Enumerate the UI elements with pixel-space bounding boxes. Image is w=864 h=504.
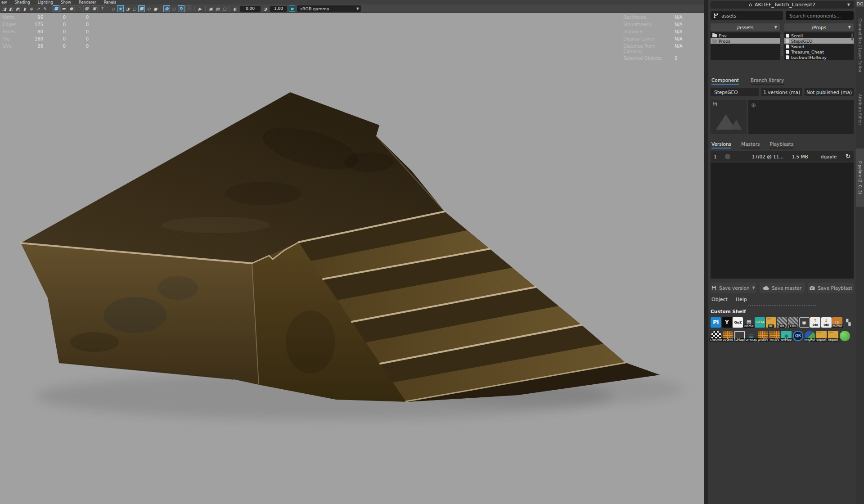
tab-versions[interactable]: Versions (711, 141, 731, 148)
film-gate-icon[interactable]: ▬ (60, 5, 67, 12)
xray-joints-icon[interactable]: ▤ (215, 5, 220, 12)
notes-area[interactable]: ⊕ (748, 100, 854, 134)
color-management-icon[interactable]: ● (289, 5, 295, 12)
gamma-input[interactable]: 1.00 (270, 6, 287, 12)
viewport-3d[interactable]: ew Shading Lighting Show Renderer Panels… (0, 0, 704, 504)
textured-icon[interactable]: ○ (131, 5, 137, 12)
user-badge[interactable]: DG (856, 0, 864, 7)
shaded-wireframe-icon[interactable]: ◑ (125, 5, 130, 12)
shelf-eye-button[interactable]: ◉ (799, 316, 810, 328)
tab-playblasts[interactable]: Playblasts (770, 141, 793, 148)
shelf-export-folder-button[interactable]: export (816, 330, 827, 342)
menu-renderer[interactable]: Renderer (79, 0, 96, 4)
shelf-re-folder-button[interactable]: RE (766, 316, 777, 328)
screen-space-ao-icon[interactable]: ◍ (163, 5, 170, 12)
tab-masters[interactable]: Masters (741, 141, 760, 148)
version-list-area[interactable] (711, 162, 854, 279)
tab-channel-box[interactable]: Channel Box / Layer Editor (856, 10, 864, 81)
save-version-button[interactable]: Save version ▼ (711, 283, 756, 293)
shelf-mirror-button[interactable]: ◫mirror (832, 316, 843, 328)
shelf-pi-button[interactable]: PI (711, 316, 721, 328)
add-note-icon[interactable]: ⊕ (751, 102, 756, 108)
grease-pencil-icon[interactable]: ✎ (42, 5, 48, 12)
depth-of-field-icon[interactable]: ◎ (185, 5, 192, 12)
menu-lighting[interactable]: Lighting (38, 0, 53, 4)
shelf-cbr-button[interactable]: CBR (788, 316, 799, 328)
component-item-treasure-cheat[interactable]: Treasure_Cheat (784, 49, 854, 54)
shelf-uvgrid-button[interactable]: uvGrid (722, 330, 734, 342)
image-plane-icon[interactable]: ⊕ (28, 5, 34, 12)
menu-help[interactable]: Help (736, 297, 747, 303)
select-camera-icon[interactable]: ◨ (1, 5, 7, 12)
component-item-stepsgeo[interactable]: StepsGEO (784, 38, 854, 44)
shelf-import-folder-button[interactable]: import (828, 330, 839, 342)
field-chart-icon[interactable]: ▩ (83, 5, 90, 12)
wireframe-icon[interactable]: ◇ (110, 5, 116, 12)
shelf-funnel-button[interactable]: Y (722, 316, 733, 328)
shelf-recuv-button[interactable]: recUV (769, 330, 780, 342)
menu-object[interactable]: Object (711, 297, 728, 303)
folder-path-dropdown[interactable]: /assets ▼ (711, 23, 780, 31)
menu-shading[interactable]: Shading (14, 0, 30, 4)
resolution-gate-icon[interactable]: ● (68, 5, 75, 12)
shelf-obj-import-button[interactable]: ↓OBJ (821, 316, 832, 328)
folder-item-props[interactable]: Props (711, 38, 780, 44)
shelf-digits-button[interactable]: 1234 (755, 316, 765, 328)
tab-pipeline[interactable]: Pipeline (2, 0, 3) (856, 148, 864, 207)
folder-item-env[interactable]: Env (711, 33, 780, 38)
tab-branch-library[interactable]: Branch library (751, 77, 784, 85)
shelf-griduv-button[interactable]: gridUV (757, 330, 769, 342)
shelf-obj-export-button[interactable]: ↑OBJ (810, 316, 821, 328)
save-thumbnail-icon[interactable] (712, 102, 717, 107)
shadows-icon[interactable]: ● (153, 5, 158, 12)
safe-title-icon[interactable]: T (99, 5, 105, 12)
menu-show[interactable]: Show (61, 0, 71, 4)
hierarchy-path-field[interactable]: assets (711, 11, 783, 20)
camera-attributes-icon[interactable]: ◩ (15, 5, 21, 12)
tab-attribute-editor[interactable]: Attribute Editor (856, 85, 864, 135)
tab-component[interactable]: Component (711, 77, 739, 85)
save-playblast-button[interactable]: Save Playblast (808, 283, 854, 293)
2d-pan-zoom-icon[interactable]: ↗ (35, 5, 41, 12)
shelf-imgref-button[interactable]: imgRef (804, 330, 815, 342)
thumbnail-placeholder[interactable] (711, 100, 747, 134)
scrollbar[interactable] (851, 33, 853, 40)
xray-icon[interactable]: ▣ (208, 5, 214, 12)
stairs-model[interactable] (0, 0, 704, 504)
contrast-icon[interactable]: ◑ (262, 5, 268, 12)
shelf-name-button[interactable]: ▤Name (744, 316, 755, 328)
use-lights-icon[interactable]: ⊙ (146, 5, 152, 12)
safe-action-icon[interactable]: ▣ (91, 5, 98, 12)
gate-mask-icon[interactable]: ▢ (76, 5, 82, 12)
exposure-input[interactable]: 0.00 (240, 6, 261, 12)
splitter-handle[interactable] (782, 35, 783, 57)
drag-divider[interactable] (711, 305, 854, 307)
project-dropdown[interactable]: ⌂ AKLIEF_Twitch_Concept2 ▼ (711, 1, 854, 9)
shelf-br-button[interactable]: BR (777, 316, 788, 328)
menu-panels[interactable]: Panels (104, 0, 116, 4)
shelf-unwrap-button[interactable]: ≡unwrap (746, 330, 757, 342)
anti-aliasing-icon[interactable]: ↻ (178, 5, 184, 12)
frame-selection-icon[interactable]: ▢ (221, 5, 227, 12)
exposure-icon[interactable]: ◐ (232, 5, 238, 12)
refresh-icon[interactable]: ↻ (846, 153, 850, 159)
shelf-qr-button[interactable]: QR (792, 330, 804, 342)
shelf-uvmap-button[interactable]: ◆uvMap (781, 330, 792, 342)
view-transform-dropdown[interactable]: sRGB gamma▼ (297, 5, 361, 12)
version-row[interactable]: 1 17/02 @ 11... 1.5 MB dgayle ↻ (711, 151, 854, 162)
component-item-sword[interactable]: Sword (784, 44, 854, 49)
shaded-icon[interactable]: ◆ (117, 5, 124, 12)
shelf-lmap-button[interactable]: LMap (734, 330, 745, 342)
textured-toggle-icon[interactable]: ▩ (138, 5, 145, 12)
component-path-dropdown[interactable]: /Props ▼ (784, 23, 854, 31)
save-master-button[interactable]: Save master (760, 283, 805, 293)
grid-toggle-icon[interactable]: ▦ (53, 5, 59, 12)
search-components-input[interactable]: Search components... (786, 11, 854, 20)
shelf-goz-button[interactable]: GoZ (733, 316, 743, 328)
bookmark-icon[interactable]: ▮ (22, 5, 27, 12)
shelf-checker-button[interactable]: checker (711, 330, 722, 342)
isolate-select-icon[interactable]: ▶ (197, 5, 203, 12)
lock-camera-icon[interactable]: ◧ (8, 5, 14, 12)
component-item-scroll[interactable]: Scroll (784, 33, 854, 38)
menu-view[interactable]: ew (1, 0, 7, 4)
